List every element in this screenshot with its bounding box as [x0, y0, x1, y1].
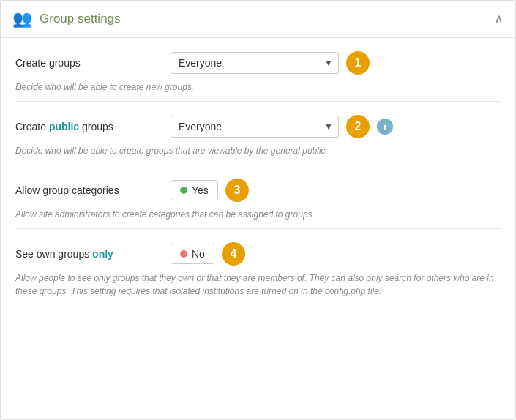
setting-controls-allow-group-categories: Yes3	[171, 179, 249, 202]
setting-controls-create-public-groups: EveryoneAdmins onlyStaff and admins▼2i	[171, 115, 393, 138]
setting-row-see-own-groups-only: See own groups onlyNo4Allow people to se…	[15, 229, 501, 305]
select-wrapper-create-groups: EveryoneAdmins onlyStaff and admins▼	[171, 52, 339, 74]
toggle-allow-group-categories[interactable]: Yes	[171, 180, 218, 200]
setting-row-create-public-groups: Create public groupsEveryoneAdmins onlyS…	[15, 102, 501, 165]
panel-body: Create groupsEveryoneAdmins onlyStaff an…	[1, 38, 515, 305]
collapse-icon[interactable]: ∧	[494, 11, 504, 27]
setting-label-create-groups: Create groups	[15, 57, 162, 69]
info-icon[interactable]: i	[377, 119, 393, 135]
setting-main-create-public-groups: Create public groupsEveryoneAdmins onlyS…	[15, 115, 501, 138]
toggle-value: No	[192, 248, 205, 260]
toggle-value: Yes	[192, 184, 209, 196]
header-left: 👥 Group settings	[12, 10, 121, 29]
badge-see-own-groups-only: 4	[222, 242, 245, 266]
toggle-dot-icon	[180, 250, 187, 258]
setting-row-allow-group-categories: Allow group categoriesYes3Allow site adm…	[15, 165, 501, 229]
select-create-public-groups[interactable]: EveryoneAdmins onlyStaff and admins	[171, 116, 339, 138]
setting-row-create-groups: Create groupsEveryoneAdmins onlyStaff an…	[15, 38, 501, 102]
setting-label-allow-group-categories: Allow group categories	[15, 184, 162, 196]
setting-main-allow-group-categories: Allow group categoriesYes3	[15, 179, 501, 202]
badge-create-public-groups: 2	[346, 115, 370, 138]
panel-header: 👥 Group settings ∧	[1, 1, 515, 38]
setting-controls-see-own-groups-only: No4	[171, 242, 245, 266]
badge-create-groups: 1	[346, 51, 370, 75]
select-create-groups[interactable]: EveryoneAdmins onlyStaff and admins	[171, 52, 339, 74]
setting-label-see-own-groups-only: See own groups only	[15, 248, 162, 260]
setting-label-create-public-groups: Create public groups	[15, 121, 162, 132]
setting-description-see-own-groups-only: Allow people to see only groups that the…	[15, 271, 501, 298]
setting-description-allow-group-categories: Allow site administrators to create cate…	[15, 208, 501, 221]
toggle-dot-icon	[180, 187, 187, 194]
setting-controls-create-groups: EveryoneAdmins onlyStaff and admins▼1	[171, 51, 370, 75]
groups-icon: 👥	[12, 10, 32, 29]
select-wrapper-create-public-groups: EveryoneAdmins onlyStaff and admins▼	[171, 116, 339, 138]
setting-description-create-public-groups: Decide who will be able to create groups…	[15, 144, 501, 157]
settings-panel: 👥 Group settings ∧ Create groupsEveryone…	[0, 0, 516, 420]
setting-description-create-groups: Decide who will be able to create new gr…	[15, 80, 501, 94]
badge-allow-group-categories: 3	[225, 179, 249, 202]
panel-title: Group settings	[40, 12, 121, 26]
setting-main-create-groups: Create groupsEveryoneAdmins onlyStaff an…	[15, 51, 501, 75]
toggle-see-own-groups-only[interactable]: No	[171, 244, 214, 264]
setting-main-see-own-groups-only: See own groups onlyNo4	[15, 242, 501, 266]
